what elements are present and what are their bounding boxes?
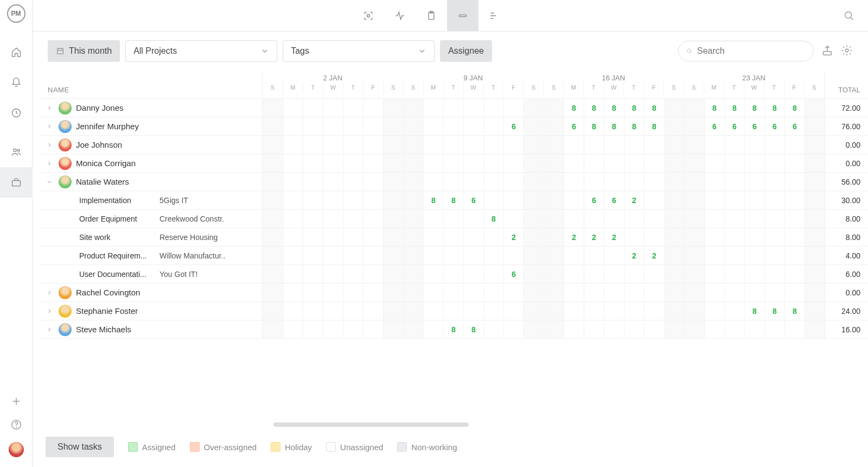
workload-cell[interactable]: [644, 228, 664, 246]
workload-cell[interactable]: [644, 173, 664, 191]
workload-cell[interactable]: [363, 154, 383, 172]
workload-cell[interactable]: [323, 302, 343, 320]
workload-cell[interactable]: [744, 247, 764, 264]
expand-toggle[interactable]: [44, 142, 54, 148]
workload-cell[interactable]: [363, 228, 383, 246]
workload-cell[interactable]: [544, 210, 564, 228]
workload-cell[interactable]: [624, 154, 644, 172]
workload-cell[interactable]: [604, 210, 624, 228]
workload-cell[interactable]: 8: [564, 99, 584, 117]
workload-cell[interactable]: [664, 191, 684, 209]
workload-cell[interactable]: [503, 320, 524, 338]
workload-cell[interactable]: [644, 302, 664, 320]
workload-cell[interactable]: [704, 136, 724, 154]
sidebar-add[interactable]: [10, 395, 22, 409]
show-tasks-button[interactable]: Show tasks: [46, 437, 114, 457]
workload-cell[interactable]: [564, 247, 584, 264]
workload-cell[interactable]: [303, 265, 323, 283]
workload-cell[interactable]: [644, 191, 664, 209]
workload-cell[interactable]: [805, 191, 825, 209]
workload-cell[interactable]: 2: [584, 228, 604, 246]
workload-cell[interactable]: 8: [624, 117, 644, 135]
workload-cell[interactable]: [764, 228, 784, 246]
workload-cell[interactable]: [383, 247, 403, 264]
workload-cell[interactable]: 6: [463, 191, 483, 209]
workload-cell[interactable]: [503, 136, 524, 154]
workload-cell[interactable]: [664, 320, 684, 338]
workload-cell[interactable]: [544, 99, 564, 117]
workload-cell[interactable]: 2: [564, 228, 584, 246]
workload-cell[interactable]: [644, 210, 664, 228]
workload-cell[interactable]: [423, 154, 443, 172]
workload-cell[interactable]: [263, 320, 283, 338]
workload-cell[interactable]: [784, 228, 805, 246]
workload-cell[interactable]: [323, 136, 343, 154]
workload-cell[interactable]: [263, 283, 283, 301]
workload-cell[interactable]: [684, 154, 704, 172]
workload-cell[interactable]: [343, 247, 363, 264]
workload-cell[interactable]: [564, 265, 584, 283]
workload-cell[interactable]: 6: [564, 117, 584, 135]
workload-cell[interactable]: [805, 99, 825, 117]
sidebar-home[interactable]: [0, 37, 33, 67]
workload-cell[interactable]: [463, 283, 483, 301]
workload-cell[interactable]: [584, 136, 604, 154]
workload-cell[interactable]: [463, 154, 483, 172]
workload-cell[interactable]: [524, 173, 544, 191]
workload-cell[interactable]: [744, 228, 764, 246]
workload-cell[interactable]: [403, 136, 423, 154]
workload-cell[interactable]: [524, 154, 544, 172]
workload-cell[interactable]: [664, 99, 684, 117]
workload-cell[interactable]: [483, 99, 503, 117]
workload-cell[interactable]: [564, 136, 584, 154]
workload-cell[interactable]: [403, 191, 423, 209]
workload-cell[interactable]: [524, 136, 544, 154]
workload-cell[interactable]: [524, 228, 544, 246]
workload-cell[interactable]: 8: [423, 191, 443, 209]
workload-cell[interactable]: [363, 283, 383, 301]
workload-cell[interactable]: [323, 191, 343, 209]
workload-cell[interactable]: [664, 265, 684, 283]
workload-cell[interactable]: [363, 117, 383, 135]
workload-cell[interactable]: 8: [443, 191, 463, 209]
workload-cell[interactable]: [463, 265, 483, 283]
workload-cell[interactable]: [684, 247, 704, 264]
workload-cell[interactable]: [584, 320, 604, 338]
workload-cell[interactable]: 8: [644, 117, 664, 135]
workload-cell[interactable]: 6: [503, 265, 524, 283]
workload-cell[interactable]: 6: [503, 117, 524, 135]
workload-cell[interactable]: [784, 191, 805, 209]
workload-cell[interactable]: [784, 283, 805, 301]
workload-cell[interactable]: 8: [704, 99, 724, 117]
sidebar-time[interactable]: [0, 98, 33, 128]
workload-cell[interactable]: [343, 154, 363, 172]
workload-cell[interactable]: [323, 228, 343, 246]
sidebar-workload[interactable]: [0, 167, 33, 198]
workload-cell[interactable]: 8: [624, 99, 644, 117]
workload-cell[interactable]: [483, 173, 503, 191]
workload-cell[interactable]: [664, 117, 684, 135]
workload-cell[interactable]: [724, 283, 744, 301]
workload-cell[interactable]: [744, 154, 764, 172]
workload-cell[interactable]: [524, 320, 544, 338]
workload-cell[interactable]: [263, 247, 283, 264]
workload-cell[interactable]: [343, 117, 363, 135]
workload-cell[interactable]: [483, 117, 503, 135]
workload-cell[interactable]: [805, 154, 825, 172]
workload-cell[interactable]: [443, 136, 463, 154]
workload-cell[interactable]: [684, 136, 704, 154]
workload-cell[interactable]: [604, 136, 624, 154]
workload-cell[interactable]: [624, 320, 644, 338]
workload-cell[interactable]: [283, 173, 303, 191]
workload-cell[interactable]: 8: [764, 302, 784, 320]
tab-workload[interactable]: [447, 0, 478, 31]
workload-cell[interactable]: [383, 320, 403, 338]
tab-scan[interactable]: [353, 0, 384, 31]
workload-cell[interactable]: [263, 173, 283, 191]
workload-cell[interactable]: [463, 247, 483, 264]
workload-cell[interactable]: [363, 247, 383, 264]
workload-cell[interactable]: [343, 191, 363, 209]
workload-cell[interactable]: [423, 136, 443, 154]
expand-toggle[interactable]: [44, 179, 54, 185]
workload-cell[interactable]: 8: [483, 210, 503, 228]
